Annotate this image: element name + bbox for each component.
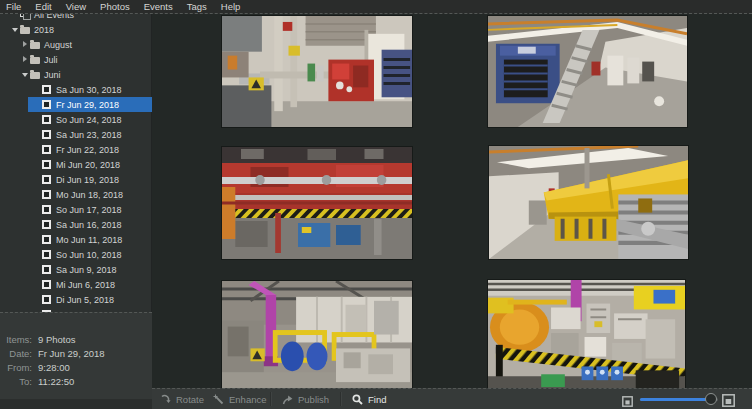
expander-expanded-icon[interactable] <box>12 26 20 34</box>
tree-item-di-jun-19-2018[interactable]: Di Jun 19, 2018 <box>0 172 152 187</box>
tree-item-label: So Jun 10, 2018 <box>56 250 122 260</box>
find-button[interactable]: Find <box>352 389 386 409</box>
event-icon <box>42 130 53 139</box>
tree-item-2018[interactable]: 2018 <box>0 22 152 37</box>
all-events-icon <box>20 14 31 19</box>
tree-item-sa-jun-16-2018[interactable]: Sa Jun 16, 2018 <box>0 217 152 232</box>
expander-spacer <box>34 146 42 154</box>
folder-icon <box>30 70 41 79</box>
rotate-icon <box>160 394 171 405</box>
zoom-slider-track[interactable] <box>640 398 718 401</box>
tree-item-sa-jun-23-2018[interactable]: Sa Jun 23, 2018 <box>0 127 152 142</box>
expander-spacer <box>34 221 42 229</box>
menu-file[interactable]: File <box>6 0 28 13</box>
tree-item-fr-jun-29-2018[interactable]: Fr Jun 29, 2018 <box>0 97 152 112</box>
tree-item-juli[interactable]: Juli <box>0 52 152 67</box>
expander-collapsed-icon[interactable] <box>22 56 30 64</box>
tree-item-label: Mi Jun 20, 2018 <box>56 160 120 170</box>
tree-item-label: Fr Jun 29, 2018 <box>56 100 119 110</box>
expander-spacer <box>34 206 42 214</box>
rotate-button[interactable]: Rotate <box>160 389 204 409</box>
toolbar-button-label: Rotate <box>176 394 204 405</box>
event-icon <box>42 220 53 229</box>
expander-spacer <box>34 296 42 304</box>
tree-item-label: Mo Jun 11, 2018 <box>56 235 122 245</box>
zoom-slider-group <box>614 389 752 409</box>
photo-thumbnail-2[interactable] <box>488 16 687 127</box>
menu-events[interactable]: Events <box>137 0 180 13</box>
shotwell-window: FileEditViewPhotosEventsTagsHelp All Eve… <box>0 0 752 409</box>
expander-spacer <box>34 281 42 289</box>
tree-item-juni[interactable]: Juni <box>0 67 152 82</box>
event-icon <box>42 250 53 259</box>
tree-item-sa-jun-30-2018[interactable]: Sa Jun 30, 2018 <box>0 82 152 97</box>
toolbar-button-label: Find <box>368 394 386 405</box>
publish-icon <box>282 394 293 405</box>
event-icon <box>42 175 53 184</box>
tree-item-august[interactable]: August <box>0 37 152 52</box>
info-value: 9:28:00 <box>38 361 70 375</box>
photo-thumbnail-6[interactable] <box>488 280 685 390</box>
event-icon <box>42 280 53 289</box>
menu-edit[interactable]: Edit <box>28 0 58 13</box>
tree-item-sa-jun-9-2018[interactable]: Sa Jun 9, 2018 <box>0 262 152 277</box>
expander-spacer <box>34 176 42 184</box>
expander-collapsed-icon[interactable] <box>22 41 30 49</box>
menu-tags[interactable]: Tags <box>180 0 214 13</box>
tree-item-di-jun-5-2018[interactable]: Di Jun 5, 2018 <box>0 292 152 307</box>
expander-spacer <box>34 161 42 169</box>
info-row-from: From:9:28:00 <box>0 361 152 375</box>
tree-item-mi-jun-20-2018[interactable]: Mi Jun 20, 2018 <box>0 157 152 172</box>
photo-thumbnail-5[interactable] <box>222 281 412 392</box>
tree-item-so-jun-17-2018[interactable]: So Jun 17, 2018 <box>0 202 152 217</box>
menu-help[interactable]: Help <box>214 0 248 13</box>
menubar: FileEditViewPhotosEventsTagsHelp <box>0 0 752 14</box>
info-label: To: <box>0 375 32 389</box>
photo-thumbnail-1[interactable] <box>222 16 412 127</box>
info-value: Fr Jun 29, 2018 <box>38 347 105 361</box>
expander-spacer <box>34 191 42 199</box>
expander-spacer <box>34 236 42 244</box>
tree-item-label: All Events <box>34 14 74 20</box>
info-row-date: Date:Fr Jun 29, 2018 <box>0 347 152 361</box>
sidebar-bottom-strip <box>0 399 152 409</box>
toolbar-separator <box>340 392 341 406</box>
info-value: 9 Photos <box>38 333 76 347</box>
event-icon <box>42 190 53 199</box>
toolbar-separator <box>270 392 271 406</box>
menu-view[interactable]: View <box>59 0 93 13</box>
menu-photos[interactable]: Photos <box>93 0 137 13</box>
info-label: Date: <box>0 347 32 361</box>
tree-item-mo-jun-11-2018[interactable]: Mo Jun 11, 2018 <box>0 232 152 247</box>
tree-item-mo-jun-18-2018[interactable]: Mo Jun 18, 2018 <box>0 187 152 202</box>
publish-button[interactable]: Publish <box>282 389 329 409</box>
tree-item-label: So Jun 24, 2018 <box>56 115 122 125</box>
tree-item-label: Sa Jun 30, 2018 <box>56 85 122 95</box>
toolbar-button-label: Enhance <box>229 394 267 405</box>
tree-item-all-events[interactable]: All Events <box>0 14 152 22</box>
tree-item-label: Fr Jun 22, 2018 <box>56 145 119 155</box>
folder-icon <box>30 55 41 64</box>
event-tree: All Events2018AugustJuliJuniSa Jun 30, 2… <box>0 14 152 312</box>
photo-thumbnail-4[interactable] <box>489 146 688 259</box>
sidebar: All Events2018AugustJuliJuniSa Jun 30, 2… <box>0 14 152 409</box>
tree-item-fr-jun-22-2018[interactable]: Fr Jun 22, 2018 <box>0 142 152 157</box>
enhance-button[interactable]: Enhance <box>213 389 267 409</box>
zoom-slider-handle[interactable] <box>705 393 717 405</box>
folder-icon <box>20 25 31 34</box>
tree-item-label: Mo Jun 18, 2018 <box>56 190 123 200</box>
expander-spacer <box>34 131 42 139</box>
event-icon <box>42 85 53 94</box>
tree-item-mi-jun-6-2018[interactable]: Mi Jun 6, 2018 <box>0 277 152 292</box>
basic-info-panel: Items:9 PhotosDate:Fr Jun 29, 2018From:9… <box>0 312 152 409</box>
info-label: Items: <box>0 333 32 347</box>
info-value: 11:22:50 <box>38 375 74 389</box>
thumbnail-large-icon <box>722 393 735 409</box>
expander-spacer <box>34 251 42 259</box>
tree-item-label: Sa Jun 16, 2018 <box>56 220 122 230</box>
event-icon <box>42 100 53 109</box>
tree-item-so-jun-24-2018[interactable]: So Jun 24, 2018 <box>0 112 152 127</box>
expander-expanded-icon[interactable] <box>22 71 30 79</box>
photo-thumbnail-3[interactable] <box>222 147 412 259</box>
tree-item-so-jun-10-2018[interactable]: So Jun 10, 2018 <box>0 247 152 262</box>
